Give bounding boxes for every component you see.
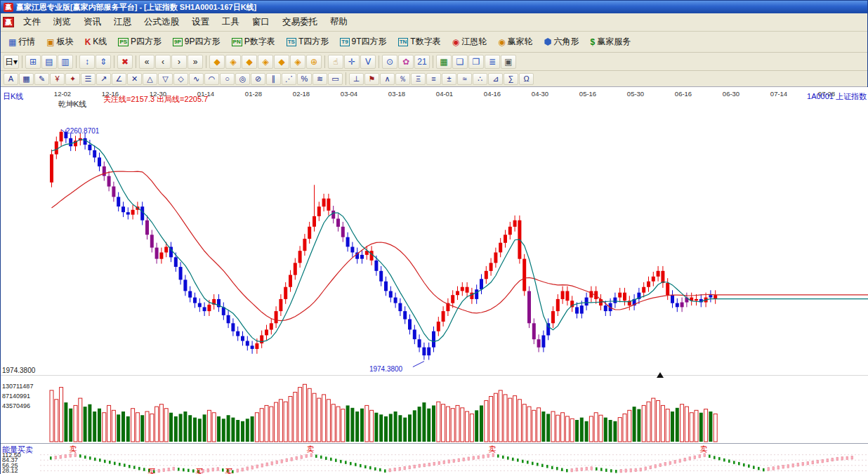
retracement-tool[interactable]: ％ bbox=[395, 73, 410, 85]
chart-area[interactable]: 12-0212-1612-3001-1401-2802-1803-0403-18… bbox=[1, 87, 868, 474]
toolbar-gann-wheel[interactable]: ◉江恩轮 bbox=[447, 34, 492, 51]
hand-pointer-tool[interactable]: ☝ bbox=[328, 55, 343, 69]
flash-marker-tool[interactable]: ✦ bbox=[65, 73, 80, 85]
vertical-fit[interactable]: ⇕ bbox=[96, 55, 111, 69]
cross-line-tool[interactable]: ✕ bbox=[127, 73, 142, 85]
toolbar-nine-t-square[interactable]: T99T四方形 bbox=[335, 34, 391, 51]
freehand-draw-tool[interactable]: ✎ bbox=[34, 73, 49, 85]
arc-tool[interactable]: ◠ bbox=[204, 73, 219, 85]
rectangle-tool[interactable]: ▭ bbox=[328, 73, 343, 85]
period-daily-selector[interactable]: 日▾ bbox=[4, 55, 19, 69]
gann-square-tool-1[interactable]: ◆ bbox=[209, 55, 225, 69]
fib-levels-tool[interactable]: Ξ bbox=[411, 73, 426, 85]
nav-next[interactable]: › bbox=[171, 55, 187, 69]
summation-tool[interactable]: ∑ bbox=[504, 73, 518, 85]
menu-trading[interactable]: 交易委托 bbox=[276, 13, 324, 31]
buy-marker: 买 bbox=[148, 468, 156, 474]
new-chart-window[interactable]: ❏ bbox=[452, 55, 468, 69]
text-annotation-tool[interactable]: A bbox=[4, 73, 18, 85]
sine-wave-tool[interactable]: ∿ bbox=[189, 73, 204, 85]
toolbar-nine-p-square[interactable]: 9P9P四方形 bbox=[168, 34, 225, 51]
diamond-overlay-tool[interactable]: ◇ bbox=[173, 73, 188, 85]
gann-grid-tool[interactable]: ▦ bbox=[19, 73, 34, 85]
menu-help[interactable]: 帮助 bbox=[324, 13, 354, 31]
cycle-circle-tool[interactable]: ◎ bbox=[235, 73, 250, 85]
vertical-line-tool[interactable]: ⊥ bbox=[349, 73, 364, 85]
toolbar-sectors[interactable]: ▣板块 bbox=[41, 34, 78, 51]
menu-gann[interactable]: 江恩 bbox=[107, 13, 138, 31]
board-view[interactable]: ⊞ bbox=[25, 55, 41, 69]
volume-scale-label: 43570496 bbox=[2, 402, 30, 409]
toolbar-hexagon-chart[interactable]: 六角形 bbox=[539, 34, 584, 51]
p-number-table-label: P数字表 bbox=[244, 36, 275, 48]
offset-tool[interactable]: ± bbox=[442, 73, 456, 85]
crosshair-tool[interactable]: ✛ bbox=[344, 55, 360, 69]
percent-line-tool[interactable]: % bbox=[297, 73, 312, 85]
right-triangle-tool[interactable]: ⊿ bbox=[488, 73, 503, 85]
main-chart-svg[interactable]: 12-0212-1612-3001-1401-2802-1803-0403-18… bbox=[1, 87, 868, 474]
clone-chart-window[interactable]: ❐ bbox=[468, 55, 484, 69]
calculator-tool[interactable]: ▣ bbox=[501, 55, 516, 69]
toolbar-winner-service[interactable]: $赢家服务 bbox=[586, 34, 636, 51]
menu-window[interactable]: 窗口 bbox=[246, 13, 276, 31]
down-triangle-tool[interactable]: ▽ bbox=[158, 73, 173, 85]
menu-file[interactable]: 文件 bbox=[17, 13, 47, 31]
omega-cycle-tool[interactable]: Ω bbox=[519, 73, 534, 85]
title-bar[interactable]: 赢 赢家江恩专业版[赢家内部服务平台] - [上证指数 SH1A0001-167… bbox=[1, 1, 867, 13]
gann-square-tool-3[interactable]: ◆ bbox=[242, 55, 257, 69]
data-list-view[interactable]: ≣ bbox=[485, 55, 500, 69]
toolbar-p-square[interactable]: PSP四方形 bbox=[113, 34, 166, 51]
calendar-21-tool[interactable]: 21 bbox=[414, 55, 430, 69]
price-label-tool[interactable]: ¥ bbox=[50, 73, 65, 85]
speed-lines-tool[interactable]: ≡ bbox=[426, 73, 441, 85]
toolbar-separator bbox=[379, 55, 379, 68]
chart-view[interactable]: ▥ bbox=[58, 55, 73, 69]
quote-list-view[interactable]: ▤ bbox=[41, 55, 57, 69]
nav-first[interactable]: « bbox=[139, 55, 154, 69]
toolbar-market-quotes[interactable]: ▦行情 bbox=[4, 34, 40, 51]
menu-settings[interactable]: 设置 bbox=[185, 13, 216, 31]
flag-marker-tool[interactable]: ⚑ bbox=[364, 73, 379, 85]
toolbar-kline-chart[interactable]: KK线 bbox=[80, 34, 112, 51]
gann-angle-tool[interactable]: ∠ bbox=[112, 73, 126, 85]
resistance-arc-tool[interactable]: ⊘ bbox=[251, 73, 265, 85]
menu-formula-screener[interactable]: 公式选股 bbox=[138, 13, 185, 31]
toolbar-t-square[interactable]: TST四方形 bbox=[282, 34, 334, 51]
gann-square-tool-2[interactable]: ◈ bbox=[225, 55, 241, 69]
nav-prev[interactable]: ‹ bbox=[155, 55, 171, 69]
magnifier-tool[interactable]: ⊙ bbox=[382, 55, 397, 69]
menu-tools[interactable]: 工具 bbox=[216, 13, 246, 31]
three-point-tool[interactable]: ∴ bbox=[473, 73, 487, 85]
wave-band-tool[interactable]: ≋ bbox=[313, 73, 327, 85]
color-settings[interactable]: ✿ bbox=[398, 55, 414, 69]
volume-scale-label: 130711487 bbox=[2, 383, 33, 390]
delete-drawing[interactable]: ✖ bbox=[117, 55, 133, 69]
trend-line-tool[interactable]: ↗ bbox=[96, 73, 111, 85]
toolbar-t-number-table[interactable]: TNT数字表 bbox=[393, 34, 446, 51]
dot-series-tool[interactable]: ⋰ bbox=[282, 73, 296, 85]
toolbar-winner-wheel[interactable]: ◉赢家轮 bbox=[493, 34, 537, 51]
parallel-channel-tool[interactable]: ∥ bbox=[266, 73, 281, 85]
nine-p-square-icon: 9P bbox=[173, 38, 183, 46]
smooth-curve-tool[interactable]: ≈ bbox=[457, 73, 472, 85]
zigzag-tool[interactable]: ∧ bbox=[380, 73, 395, 85]
menu-news[interactable]: 资讯 bbox=[77, 13, 107, 31]
triangle-tool[interactable]: △ bbox=[143, 73, 157, 85]
gann-square-tool-6[interactable]: ◈ bbox=[290, 55, 305, 69]
stats-table-view[interactable]: ▦ bbox=[436, 55, 452, 69]
circle-tool[interactable]: ○ bbox=[220, 73, 235, 85]
horizontal-line-tool[interactable]: ☰ bbox=[81, 73, 96, 85]
gann-wheel-label: 江恩轮 bbox=[461, 36, 487, 48]
nine-t-square-label: 9T四方形 bbox=[352, 36, 387, 48]
vertical-zoom[interactable]: ↕ bbox=[79, 55, 95, 69]
menu-browse[interactable]: 浏览 bbox=[47, 13, 77, 31]
toolbar-p-number-table[interactable]: PNP数字表 bbox=[227, 34, 280, 51]
menu-items: 文件浏览资讯江恩公式选股设置工具窗口交易委托帮助 bbox=[17, 13, 354, 31]
gann-square-tool-5[interactable]: ◆ bbox=[274, 55, 289, 69]
v-finder-tool[interactable]: Ⅴ bbox=[360, 55, 376, 69]
nav-last[interactable]: » bbox=[188, 55, 203, 69]
date-label: 04-16 bbox=[484, 90, 501, 98]
gann-wheel-mini[interactable]: ⊕ bbox=[306, 55, 322, 69]
sell-marker: 卖 bbox=[70, 445, 77, 453]
gann-square-tool-4[interactable]: ◈ bbox=[258, 55, 273, 69]
